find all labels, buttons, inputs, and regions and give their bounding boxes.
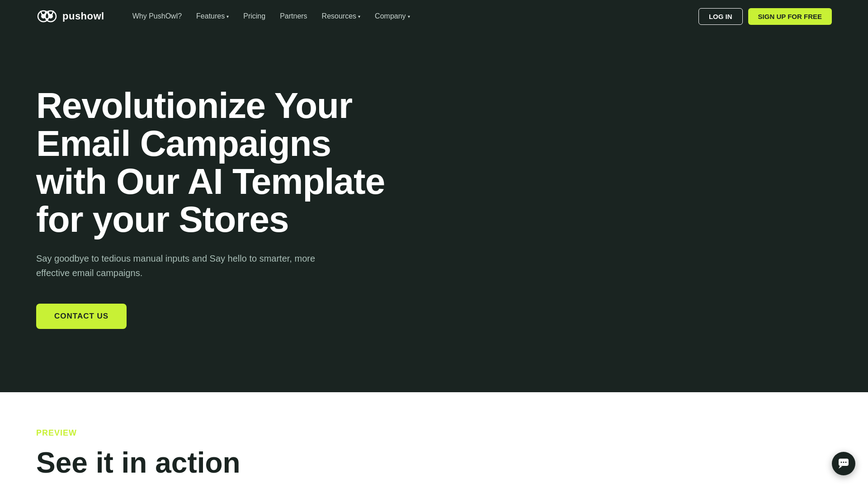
- nav-features[interactable]: Features ▾: [190, 9, 235, 24]
- svg-point-7: [845, 462, 847, 463]
- features-chevron-icon: ▾: [226, 14, 229, 19]
- signup-button[interactable]: SIGN UP FOR FREE: [748, 8, 832, 25]
- preview-section: PREVIEW See it in action: [0, 392, 868, 488]
- navbar-left: pushowl Why PushOwl? Features ▾ Pricing …: [36, 8, 416, 24]
- brand-name: pushowl: [62, 10, 104, 22]
- navbar: pushowl Why PushOwl? Features ▾ Pricing …: [0, 0, 868, 33]
- nav-company[interactable]: Company ▾: [368, 9, 416, 24]
- svg-point-5: [841, 462, 842, 463]
- hero-section: Revolutionize Your Email Campaigns with …: [0, 33, 868, 392]
- nav-pricing[interactable]: Pricing: [237, 9, 272, 24]
- contact-us-button[interactable]: CONTACT US: [36, 304, 127, 329]
- preview-label: PREVIEW: [36, 428, 832, 438]
- chat-icon: [838, 458, 849, 469]
- resources-chevron-icon: ▾: [358, 14, 360, 19]
- nav-resources[interactable]: Resources ▾: [316, 9, 367, 24]
- logo[interactable]: pushowl: [36, 8, 104, 24]
- chat-widget-button[interactable]: [832, 452, 855, 475]
- nav-links: Why PushOwl? Features ▾ Pricing Partners…: [126, 9, 416, 24]
- pushowl-logo-icon: [36, 8, 58, 24]
- hero-content: Revolutionize Your Email Campaigns with …: [36, 87, 407, 329]
- nav-why-pushowl[interactable]: Why PushOwl?: [126, 9, 188, 24]
- svg-point-6: [843, 462, 844, 463]
- hero-title: Revolutionize Your Email Campaigns with …: [36, 87, 407, 239]
- login-button[interactable]: LOG IN: [698, 8, 743, 25]
- company-chevron-icon: ▾: [408, 14, 410, 19]
- hero-subtitle: Say goodbye to tedious manual inputs and…: [36, 251, 316, 280]
- navbar-right: LOG IN SIGN UP FOR FREE: [698, 8, 832, 25]
- preview-title: See it in action: [36, 447, 832, 479]
- nav-partners[interactable]: Partners: [274, 9, 313, 24]
